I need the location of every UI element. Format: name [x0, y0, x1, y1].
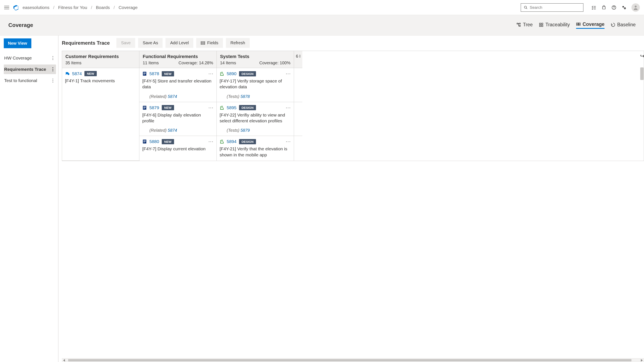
card-system[interactable]: 5890 DESIGN ··· [F4Y-17] Verify storage … [217, 68, 294, 102]
main: New View HW Coverage ⋮ Requirements Trac… [0, 35, 644, 362]
collapse-panel-icon[interactable]: ↩ [640, 53, 644, 59]
work-item-title: [F4Y-7] Display current elevation [142, 146, 214, 152]
sidebar-item-requirements-trace[interactable]: Requirements Trace ⋮ [4, 64, 56, 74]
breadcrumb: easesolutions / Fitness for You / Boards… [22, 5, 138, 10]
scroll-right-icon[interactable] [641, 359, 643, 362]
scroll-left-icon[interactable] [63, 359, 65, 362]
work-item-id[interactable]: 5878 [150, 71, 159, 76]
work-item-id[interactable]: 5895 [227, 105, 236, 110]
work-item-id[interactable]: 5874 [72, 71, 82, 76]
test-icon [220, 139, 224, 144]
svg-rect-37 [144, 141, 146, 142]
vertical-scrollbar[interactable] [640, 67, 644, 354]
svg-rect-29 [144, 73, 146, 74]
requirement-icon [142, 139, 147, 144]
new-view-button[interactable]: New View [4, 38, 31, 48]
card-functional[interactable]: 5880 NEW ··· [F4Y-7] Display current ele… [139, 136, 217, 161]
svg-rect-17 [542, 23, 543, 24]
status-badge: NEW [162, 139, 174, 144]
status-badge: NEW [84, 71, 97, 76]
card-menu-icon[interactable]: ··· [208, 105, 214, 110]
svg-rect-21 [578, 23, 580, 24]
svg-rect-34 [144, 108, 145, 109]
card-menu-icon[interactable]: ··· [286, 71, 291, 76]
card-functional[interactable]: 5878 NEW ··· [F4Y-5] Store and transfer … [139, 68, 217, 102]
refresh-button[interactable]: Refresh [226, 38, 250, 48]
card-menu-icon[interactable]: ··· [286, 139, 291, 144]
work-item-id[interactable]: 5894 [227, 139, 236, 144]
related-link: (Tests) 5879 [227, 128, 291, 133]
svg-rect-24 [201, 41, 205, 42]
svg-rect-23 [578, 24, 580, 25]
work-item-id[interactable]: 5880 [150, 139, 159, 144]
svg-rect-38 [144, 142, 145, 142]
column-header-extra: 6 I [294, 51, 302, 68]
view-switcher: Tree Traceability Coverage Baseline [516, 21, 636, 29]
view-traceability[interactable]: Traceability [539, 21, 570, 29]
work-item-title: [F4Y-21] Verify that the elevation is sh… [220, 146, 291, 158]
toolbar: Requirements Trace Save Save As Add Leve… [62, 38, 644, 48]
card-system[interactable]: 5895 DESIGN ··· [F4Y-22] Verifiy ability… [217, 102, 294, 136]
svg-rect-5 [602, 6, 605, 9]
test-icon [220, 105, 224, 110]
add-level-button[interactable]: Add Level [166, 38, 193, 48]
settings-icon[interactable] [622, 5, 626, 10]
checklist-icon[interactable] [591, 5, 596, 10]
svg-point-12 [634, 5, 636, 7]
breadcrumb-sep: / [53, 5, 54, 10]
card-system[interactable]: 5894 DESIGN ··· [F4Y-21] Verify that the… [217, 136, 294, 161]
sidebar-item-hw-coverage[interactable]: HW Coverage ⋮ [4, 53, 56, 63]
traceability-icon [539, 22, 544, 27]
svg-rect-25 [201, 43, 205, 44]
search-box[interactable] [521, 3, 584, 12]
more-icon[interactable]: ⋮ [50, 67, 55, 72]
status-badge: DESIGN [239, 71, 256, 76]
svg-rect-14 [519, 23, 520, 24]
breadcrumb-project[interactable]: Fitness for You [58, 5, 87, 10]
more-icon[interactable]: ⋮ [50, 78, 55, 83]
column-header-functional: Functional Requirements 11 ItemsCoverage… [139, 51, 217, 68]
save-button[interactable]: Save [116, 38, 135, 48]
requirement-icon [142, 71, 147, 76]
work-item-title: [F4Y-1] Track movements [65, 78, 136, 84]
svg-rect-30 [144, 74, 145, 74]
scroll-thumb[interactable] [68, 359, 632, 361]
svg-line-1 [526, 8, 527, 9]
work-item-id[interactable]: 5890 [227, 71, 236, 76]
breadcrumb-area[interactable]: Boards [96, 5, 110, 10]
work-item-title: [F4Y-22] Verifiy ability to view and sel… [220, 112, 291, 124]
marketplace-icon[interactable] [601, 5, 606, 10]
grid-wrapper: ↩ Customer Requirements 35 Items Functio… [62, 51, 644, 358]
user-avatar[interactable] [632, 3, 640, 12]
view-baseline[interactable]: Baseline [611, 21, 636, 29]
card-menu-icon[interactable]: ··· [208, 71, 214, 76]
fields-button[interactable]: Fields [196, 38, 223, 48]
top-icons [591, 3, 640, 12]
help-icon[interactable] [612, 5, 616, 10]
horizontal-scrollbar[interactable] [62, 358, 644, 362]
view-tree[interactable]: Tree [516, 21, 533, 29]
related-link: (Related) 5874 [150, 128, 214, 133]
save-as-button[interactable]: Save As [138, 38, 162, 48]
work-item-id[interactable]: 5879 [150, 105, 159, 110]
svg-point-0 [524, 6, 526, 8]
status-badge: DESIGN [239, 105, 256, 110]
azure-devops-logo-icon[interactable] [13, 4, 19, 10]
breadcrumb-page[interactable]: Coverage [118, 5, 138, 10]
page-title: Coverage [8, 22, 516, 28]
search-input[interactable] [530, 5, 580, 10]
feedback-icon [65, 71, 70, 76]
breadcrumb-org[interactable]: easesolutions [22, 5, 49, 10]
view-coverage[interactable]: Coverage [576, 21, 604, 29]
status-badge: DESIGN [239, 139, 256, 144]
top-bar: easesolutions / Fitness for You / Boards… [0, 0, 644, 15]
svg-rect-32 [144, 106, 146, 107]
svg-rect-18 [540, 25, 541, 26]
hamburger-menu-icon[interactable] [4, 5, 9, 10]
sidebar-item-test-to-functional[interactable]: Test to functional ⋮ [4, 76, 56, 85]
card-menu-icon[interactable]: ··· [208, 139, 214, 144]
card-menu-icon[interactable]: ··· [286, 105, 291, 110]
card-customer[interactable]: 5874 NEW [F4Y-1] Track movements [62, 68, 139, 161]
card-functional[interactable]: 5879 NEW ··· [F4Y-6] Display daily eleva… [139, 102, 217, 136]
more-icon[interactable]: ⋮ [50, 55, 55, 61]
